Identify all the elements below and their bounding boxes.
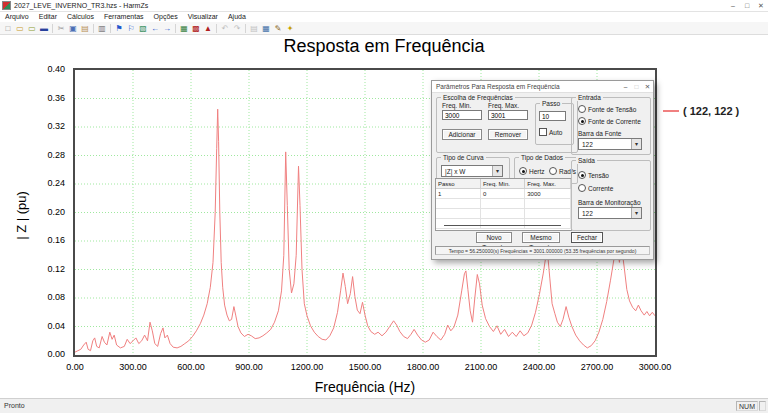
forward-icon[interactable]: → bbox=[161, 23, 173, 34]
window-close-button[interactable]: ✕ bbox=[754, 0, 768, 11]
x-tick-label: 600.00 bbox=[166, 362, 216, 372]
pin-small-icon[interactable]: ⚐ bbox=[125, 23, 137, 34]
key-icon[interactable]: ✦ bbox=[284, 23, 296, 34]
dropdown-arrow-icon[interactable]: ▾ bbox=[631, 139, 641, 149]
x-axis-label: Frequência (Hz) bbox=[75, 379, 655, 395]
freq-min-input[interactable] bbox=[442, 110, 482, 120]
barra-monitoracao-label: Barra de Monitoração bbox=[578, 199, 641, 206]
open-model-icon[interactable]: ▭ bbox=[26, 23, 38, 34]
radio-circle bbox=[578, 117, 586, 125]
window-minimize-button[interactable]: – bbox=[726, 0, 740, 11]
copy-icon[interactable]: ▣ bbox=[67, 23, 79, 34]
x-tick-label: 1800.00 bbox=[398, 362, 448, 372]
radio-fonte-tensao[interactable]: Fonte de Tensão bbox=[578, 105, 636, 113]
cut-icon[interactable]: ✂ bbox=[55, 23, 67, 34]
menu-item-editar[interactable]: Editar bbox=[34, 12, 62, 22]
y-tick-label: 0.08 bbox=[20, 292, 65, 302]
menu-item-visualizar[interactable]: Visualizar bbox=[183, 12, 223, 22]
window-maximize-button[interactable]: □ bbox=[740, 0, 754, 11]
dialog-minimize-button[interactable]: – bbox=[620, 81, 631, 92]
menu-item-arquivo[interactable]: Arquivo bbox=[0, 12, 34, 22]
radio-circle bbox=[578, 171, 586, 179]
corrente-label: Corrente bbox=[588, 185, 613, 192]
dialog-close-button[interactable]: ✕ bbox=[642, 81, 653, 92]
radio-circle bbox=[578, 184, 586, 192]
chart-peak-icon[interactable]: ▲ bbox=[202, 23, 214, 34]
toolbar: □▭▭▬✂▣▤▥⚑⚐▧←→▦▩▲↶↷▤▦✎✦ bbox=[0, 22, 768, 35]
menu-item-opcoes[interactable]: Opções bbox=[149, 12, 183, 22]
fonte-tensao-label: Fonte de Tensão bbox=[588, 106, 636, 113]
x-tick-label: 2100.00 bbox=[456, 362, 506, 372]
chart-x-icon[interactable]: ▩ bbox=[190, 23, 202, 34]
radio-tensao[interactable]: Tensão bbox=[578, 171, 609, 179]
paste-icon[interactable]: ▤ bbox=[79, 23, 91, 34]
x-tick-label: 1500.00 bbox=[340, 362, 390, 372]
table-hline bbox=[444, 225, 561, 226]
y-tick-label: 0.16 bbox=[20, 235, 65, 245]
save-icon[interactable]: ▬ bbox=[38, 23, 50, 34]
radio-corrente[interactable]: Corrente bbox=[578, 184, 613, 192]
table-row[interactable] bbox=[436, 219, 571, 229]
freq-max-label: Freq. Max. bbox=[488, 102, 519, 109]
menu-item-calculos[interactable]: Cálculos bbox=[62, 12, 99, 22]
group-passo: Passo Auto bbox=[535, 103, 574, 145]
menu-item-ajuda[interactable]: Ajuda bbox=[223, 12, 251, 22]
table-row[interactable]: 103000 bbox=[436, 189, 571, 199]
remover-button[interactable]: Remover bbox=[488, 129, 528, 140]
dropdown-arrow-icon[interactable]: ▾ bbox=[492, 166, 502, 176]
x-tick-label: 0.00 bbox=[50, 362, 100, 372]
entrada-label: Entrada bbox=[576, 94, 603, 101]
fechar-button[interactable]: Fechar bbox=[571, 232, 603, 243]
table-header-2[interactable]: Freq. Max. bbox=[525, 179, 571, 189]
status-text: Pronto bbox=[4, 402, 25, 409]
image-icon[interactable]: ▧ bbox=[137, 23, 149, 34]
new-file-icon[interactable]: □ bbox=[2, 23, 14, 34]
table-row[interactable] bbox=[436, 209, 571, 219]
open-file-icon[interactable]: ▭ bbox=[14, 23, 26, 34]
table-cell bbox=[480, 219, 524, 229]
passo-input[interactable] bbox=[539, 111, 566, 121]
freq-max-input[interactable] bbox=[488, 110, 528, 120]
adicionar-button[interactable]: Adicionar bbox=[442, 129, 482, 140]
menu-item-ferramentas[interactable]: Ferramentas bbox=[99, 12, 149, 22]
x-tick-label: 1200.00 bbox=[282, 362, 332, 372]
steps-table[interactable]: PassoFreq. Min.Freq. Max. 103000 bbox=[435, 178, 572, 231]
print-icon[interactable]: ▥ bbox=[96, 23, 108, 34]
group-escolha-frequencias: Escolha de Frequências Freq. Min. Freq. … bbox=[436, 97, 578, 153]
table-header-row: PassoFreq. Min.Freq. Max. bbox=[436, 179, 571, 189]
radio-hertz[interactable]: Hertz bbox=[519, 167, 545, 175]
grid-icon[interactable]: ▦ bbox=[178, 23, 190, 34]
back-icon[interactable]: ← bbox=[149, 23, 161, 34]
table2-icon[interactable]: ▦ bbox=[260, 23, 272, 34]
x-tick-label: 300.00 bbox=[108, 362, 158, 372]
tipo-dados-label: Tipo de Dados bbox=[519, 154, 565, 161]
legend-label: ( 122, 122 ) bbox=[683, 105, 739, 117]
passo-label: Passo bbox=[540, 100, 562, 107]
window-title: 2027_LEVE_INVERNO_TR3.hzs - HarmZs bbox=[14, 2, 148, 9]
tipo-curva-select[interactable]: |Z| x W ▾ bbox=[441, 165, 503, 177]
table-row[interactable] bbox=[436, 199, 571, 209]
table-header-1[interactable]: Freq. Min. bbox=[480, 179, 524, 189]
dialog-title-bar[interactable]: Parâmetros Para Resposta em Frequência –… bbox=[432, 81, 653, 93]
toolbar-separator bbox=[175, 24, 176, 33]
tensao-label: Tensão bbox=[588, 172, 609, 179]
table-cell bbox=[525, 209, 571, 219]
group-saida: Saída Tensão Corrente Barra de Monitoraç… bbox=[571, 160, 651, 231]
toolbar-separator bbox=[93, 24, 94, 33]
barra-monitoracao-select[interactable]: 122 ▾ bbox=[578, 207, 642, 219]
pin-icon[interactable]: ⚑ bbox=[113, 23, 125, 34]
novo-tracado-button[interactable]: Novo Traçado bbox=[476, 232, 512, 243]
dropdown-arrow-icon[interactable]: ▾ bbox=[631, 208, 641, 218]
radio-circle bbox=[549, 167, 557, 175]
app-icon bbox=[2, 1, 11, 10]
toolbar-separator bbox=[245, 24, 246, 33]
barra-fonte-select[interactable]: 122 ▾ bbox=[578, 138, 642, 150]
toolbar-separator bbox=[216, 24, 217, 33]
edit-icon[interactable]: ✎ bbox=[272, 23, 284, 34]
mesmo-tracado-button[interactable]: Mesmo Traçado bbox=[522, 232, 560, 243]
chart-title: Resposta em Frequência bbox=[0, 36, 768, 57]
y-tick-label: 0.28 bbox=[20, 150, 65, 160]
table-header-0[interactable]: Passo bbox=[436, 179, 480, 189]
auto-checkbox[interactable]: Auto bbox=[539, 128, 562, 136]
radio-fonte-corrente[interactable]: Fonte de Corrente bbox=[578, 117, 641, 125]
